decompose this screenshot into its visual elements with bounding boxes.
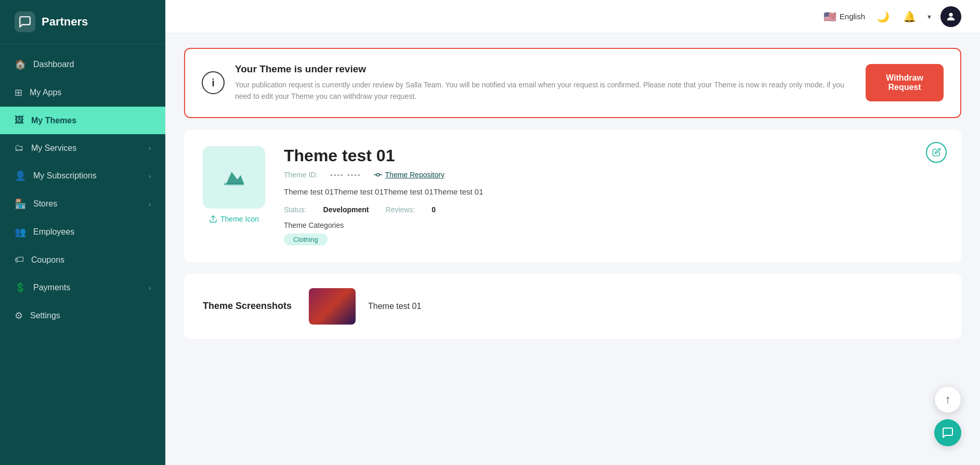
edit-theme-button[interactable]	[926, 142, 947, 163]
sidebar-item-payments[interactable]: 💲 Payments ›	[0, 274, 165, 302]
theme-icon-box	[203, 146, 265, 209]
sidebar-logo[interactable]: Partners	[0, 0, 165, 44]
theme-meta: Theme ID: ---- ---- Theme Repository	[284, 171, 943, 179]
my-themes-label: My Themes	[31, 116, 76, 125]
sidebar-item-left: ⊞ My Apps	[15, 87, 61, 98]
notification-icon[interactable]: 🔔	[901, 8, 918, 25]
language-label: English	[840, 12, 865, 21]
theme-icon-section: Theme Icon	[203, 146, 265, 223]
employees-label: Employees	[33, 227, 74, 237]
my-services-icon: 🗂	[15, 143, 24, 153]
reviews-value: 0	[432, 205, 436, 214]
logo-title: Partners	[42, 15, 88, 29]
chat-button[interactable]	[934, 419, 961, 446]
sidebar-item-employees[interactable]: 👥 Employees	[0, 218, 165, 246]
header: 🇺🇸 English 🌙 🔔 ▾	[165, 0, 980, 33]
sidebar-item-left: 🗂 My Services	[15, 143, 76, 153]
language-selector[interactable]: 🇺🇸 English	[824, 10, 865, 23]
sidebar-item-my-services[interactable]: 🗂 My Services ›	[0, 134, 165, 162]
fab-area: ↑	[934, 386, 961, 446]
screenshots-card: Theme Screenshots Theme test 01	[184, 274, 961, 339]
sidebar-item-dashboard[interactable]: 🏠 Dashboard	[0, 50, 165, 79]
dashboard-icon: 🏠	[15, 59, 26, 70]
employees-icon: 👥	[15, 226, 26, 238]
categories-label: Theme Categories	[284, 221, 943, 229]
theme-name: Theme test 01	[284, 146, 943, 165]
sidebar-item-left: 💲 Payments	[15, 282, 70, 293]
theme-details: Theme test 01 Theme ID: ---- ---- Theme …	[284, 146, 943, 246]
dropdown-chevron-icon[interactable]: ▾	[927, 12, 931, 21]
sidebar-item-my-subscriptions[interactable]: 👤 My Subscriptions ›	[0, 162, 165, 190]
theme-status-row: Status: Development Reviews: 0	[284, 205, 943, 214]
sidebar-item-left: 🏪 Stores	[15, 198, 57, 210]
withdraw-request-button[interactable]: Withdraw Request	[866, 64, 944, 101]
repo-link-text: Theme Repository	[385, 171, 445, 179]
sidebar-item-left: ⚙ Settings	[15, 310, 60, 321]
sidebar-item-coupons[interactable]: 🏷 Coupons	[0, 246, 165, 274]
my-themes-icon: 🖼	[15, 115, 24, 126]
avatar[interactable]	[940, 6, 961, 27]
my-apps-label: My Apps	[30, 88, 61, 97]
payments-label: Payments	[33, 283, 70, 292]
main-content: 🇺🇸 English 🌙 🔔 ▾ i Your Theme is under r…	[165, 0, 980, 465]
theme-id-label: Theme ID:	[284, 171, 318, 179]
my-services-label: My Services	[31, 144, 76, 153]
sidebar-item-stores[interactable]: 🏪 Stores ›	[0, 190, 165, 218]
coupons-label: Coupons	[31, 255, 64, 265]
my-services-arrow-icon: ›	[149, 144, 151, 152]
my-apps-icon: ⊞	[15, 87, 22, 98]
sidebar: Partners 🏠 Dashboard ⊞ My Apps 🖼 My Them…	[0, 0, 165, 465]
stores-arrow-icon: ›	[149, 200, 151, 208]
theme-icon-label[interactable]: Theme Icon	[209, 215, 259, 223]
screenshot-name: Theme test 01	[368, 302, 421, 311]
settings-label: Settings	[30, 311, 60, 320]
logo-icon	[15, 11, 35, 32]
theme-icon-upload-label: Theme Icon	[220, 215, 259, 223]
theme-card: Theme Icon Theme test 01 Theme ID: ---- …	[184, 130, 961, 262]
theme-id-value: ---- ----	[330, 171, 361, 179]
svg-rect-1	[224, 183, 244, 185]
sidebar-item-my-apps[interactable]: ⊞ My Apps	[0, 79, 165, 107]
screenshot-thumbnail	[309, 288, 356, 325]
my-subscriptions-icon: 👤	[15, 170, 26, 182]
reviews-label: Reviews:	[386, 205, 415, 214]
sidebar-nav: 🏠 Dashboard ⊞ My Apps 🖼 My Themes 🗂 My S…	[0, 44, 165, 465]
dark-mode-icon[interactable]: 🌙	[874, 8, 892, 25]
alert-text: Your Theme is under review Your publicat…	[235, 63, 855, 102]
screenshots-title: Theme Screenshots	[203, 301, 296, 312]
sidebar-item-settings[interactable]: ⚙ Settings	[0, 302, 165, 330]
theme-description: Theme test 01Theme test 01Theme test 01T…	[284, 187, 943, 196]
sidebar-item-my-themes[interactable]: 🖼 My Themes	[0, 107, 165, 134]
status-label: Status:	[284, 205, 307, 214]
info-icon: i	[202, 71, 225, 94]
theme-card-body: Theme Icon Theme test 01 Theme ID: ---- …	[203, 146, 943, 246]
sidebar-item-left: 🖼 My Themes	[15, 115, 76, 126]
page-content: i Your Theme is under review Your public…	[165, 33, 980, 354]
flag-icon: 🇺🇸	[824, 10, 837, 23]
settings-icon: ⚙	[15, 310, 23, 321]
sidebar-item-left: 👤 My Subscriptions	[15, 170, 97, 182]
sidebar-item-left: 👥 Employees	[15, 226, 74, 238]
stores-label: Stores	[33, 199, 57, 209]
category-tag: Clothing	[284, 234, 328, 246]
alert-title: Your Theme is under review	[235, 63, 855, 75]
svg-point-0	[949, 12, 952, 16]
my-subscriptions-label: My Subscriptions	[33, 171, 97, 180]
alert-description: Your publication request is currently un…	[235, 79, 855, 102]
status-value: Development	[323, 205, 369, 214]
sidebar-item-left: 🏠 Dashboard	[15, 59, 74, 70]
my-subscriptions-arrow-icon: ›	[149, 172, 151, 180]
coupons-icon: 🏷	[15, 254, 24, 265]
theme-repository-link[interactable]: Theme Repository	[374, 171, 445, 179]
svg-point-3	[376, 173, 379, 176]
payments-arrow-icon: ›	[149, 284, 151, 292]
scroll-up-button[interactable]: ↑	[934, 386, 961, 413]
dashboard-label: Dashboard	[33, 60, 74, 69]
sidebar-item-left: 🏷 Coupons	[15, 254, 64, 265]
payments-icon: 💲	[15, 282, 26, 293]
review-alert-banner: i Your Theme is under review Your public…	[184, 48, 961, 118]
stores-icon: 🏪	[15, 198, 26, 210]
